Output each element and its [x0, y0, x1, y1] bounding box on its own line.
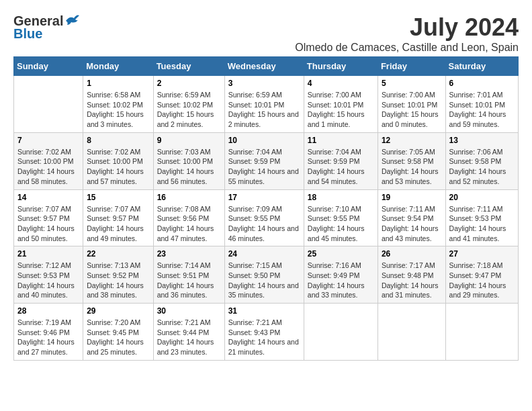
calendar-cell: 23 Sunrise: 7:14 AMSunset: 9:51 PMDaylig…	[153, 246, 224, 304]
header-saturday: Saturday	[445, 57, 518, 76]
calendar-cell: 4 Sunrise: 7:00 AMSunset: 10:01 PMDaylig…	[304, 76, 378, 133]
calendar-cell: 21 Sunrise: 7:12 AMSunset: 9:53 PMDaylig…	[14, 246, 83, 304]
main-title: July 2024	[295, 13, 519, 42]
day-number: 9	[157, 136, 221, 145]
calendar-cell	[378, 304, 445, 361]
calendar-cell: 7 Sunrise: 7:02 AMSunset: 10:00 PMDaylig…	[14, 132, 83, 189]
cell-content: Sunrise: 7:01 AMSunset: 10:01 PMDaylight…	[449, 90, 515, 130]
header-thursday: Thursday	[304, 57, 378, 76]
day-number: 14	[17, 193, 79, 202]
day-number: 15	[87, 193, 149, 202]
cell-content: Sunrise: 7:16 AMSunset: 9:49 PMDaylight:…	[308, 261, 374, 300]
week-row-1: 7 Sunrise: 7:02 AMSunset: 10:00 PMDaylig…	[14, 132, 519, 189]
calendar-cell: 25 Sunrise: 7:16 AMSunset: 9:49 PMDaylig…	[304, 246, 378, 304]
day-number: 28	[17, 306, 79, 316]
day-number: 21	[17, 249, 79, 259]
calendar-cell: 22 Sunrise: 7:13 AMSunset: 9:52 PMDaylig…	[83, 246, 153, 304]
day-number: 7	[17, 136, 79, 145]
cell-content: Sunrise: 7:15 AMSunset: 9:50 PMDaylight:…	[228, 261, 300, 300]
header-row: SundayMondayTuesdayWednesdayThursdayFrid…	[14, 57, 519, 76]
cell-content: Sunrise: 7:12 AMSunset: 9:53 PMDaylight:…	[17, 261, 79, 300]
day-number: 29	[87, 306, 149, 316]
day-number: 18	[308, 193, 374, 202]
header-tuesday: Tuesday	[153, 57, 224, 76]
cell-content: Sunrise: 7:00 AMSunset: 10:01 PMDaylight…	[308, 90, 374, 130]
cell-content: Sunrise: 7:17 AMSunset: 9:48 PMDaylight:…	[382, 261, 442, 300]
calendar-cell: 15 Sunrise: 7:07 AMSunset: 9:57 PMDaylig…	[83, 189, 153, 246]
cell-content: Sunrise: 7:03 AMSunset: 10:00 PMDaylight…	[157, 147, 221, 187]
calendar-cell: 19 Sunrise: 7:11 AMSunset: 9:54 PMDaylig…	[378, 189, 445, 246]
cell-content: Sunrise: 7:21 AMSunset: 9:43 PMDaylight:…	[228, 318, 300, 357]
cell-content: Sunrise: 7:19 AMSunset: 9:46 PMDaylight:…	[17, 318, 79, 357]
cell-content: Sunrise: 7:07 AMSunset: 9:57 PMDaylight:…	[87, 204, 149, 244]
day-number: 4	[308, 79, 374, 88]
cell-content: Sunrise: 7:04 AMSunset: 9:59 PMDaylight:…	[308, 147, 374, 187]
cell-content: Sunrise: 7:00 AMSunset: 10:01 PMDaylight…	[382, 90, 442, 130]
week-row-0: 1 Sunrise: 6:58 AMSunset: 10:02 PMDaylig…	[14, 76, 519, 133]
day-number: 5	[382, 79, 442, 88]
day-number: 11	[308, 136, 374, 145]
cell-content: Sunrise: 7:10 AMSunset: 9:55 PMDaylight:…	[308, 204, 374, 244]
calendar-cell: 13 Sunrise: 7:06 AMSunset: 9:58 PMDaylig…	[445, 132, 518, 189]
day-number: 17	[228, 193, 300, 202]
day-number: 6	[449, 79, 515, 88]
cell-content: Sunrise: 7:05 AMSunset: 9:58 PMDaylight:…	[382, 147, 442, 187]
calendar-cell: 27 Sunrise: 7:18 AMSunset: 9:47 PMDaylig…	[445, 246, 518, 304]
cell-content: Sunrise: 7:20 AMSunset: 9:45 PMDaylight:…	[87, 318, 149, 357]
cell-content: Sunrise: 7:02 AMSunset: 10:00 PMDaylight…	[17, 147, 79, 187]
header-wednesday: Wednesday	[224, 57, 304, 76]
header-sunday: Sunday	[14, 57, 83, 76]
calendar-cell: 20 Sunrise: 7:11 AMSunset: 9:53 PMDaylig…	[445, 189, 518, 246]
calendar-cell: 31 Sunrise: 7:21 AMSunset: 9:43 PMDaylig…	[224, 304, 304, 361]
week-row-2: 14 Sunrise: 7:07 AMSunset: 9:57 PMDaylig…	[14, 189, 519, 246]
cell-content: Sunrise: 7:08 AMSunset: 9:56 PMDaylight:…	[157, 204, 221, 244]
cell-content: Sunrise: 7:02 AMSunset: 10:00 PMDaylight…	[87, 147, 149, 187]
calendar-cell: 3 Sunrise: 6:59 AMSunset: 10:01 PMDaylig…	[224, 76, 304, 133]
cell-content: Sunrise: 7:07 AMSunset: 9:57 PMDaylight:…	[17, 204, 79, 244]
subtitle: Olmedo de Camaces, Castille and Leon, Sp…	[295, 42, 519, 54]
cell-content: Sunrise: 7:09 AMSunset: 9:55 PMDaylight:…	[228, 204, 300, 244]
week-row-4: 28 Sunrise: 7:19 AMSunset: 9:46 PMDaylig…	[14, 304, 519, 361]
day-number: 13	[449, 136, 515, 145]
calendar-cell: 24 Sunrise: 7:15 AMSunset: 9:50 PMDaylig…	[224, 246, 304, 304]
calendar-cell: 8 Sunrise: 7:02 AMSunset: 10:00 PMDaylig…	[83, 132, 153, 189]
cell-content: Sunrise: 7:11 AMSunset: 9:54 PMDaylight:…	[382, 204, 442, 244]
calendar-table: SundayMondayTuesdayWednesdayThursdayFrid…	[13, 56, 519, 361]
calendar-cell: 1 Sunrise: 6:58 AMSunset: 10:02 PMDaylig…	[83, 76, 153, 133]
header-monday: Monday	[83, 57, 153, 76]
day-number: 31	[228, 306, 300, 316]
day-number: 24	[228, 249, 300, 259]
cell-content: Sunrise: 7:13 AMSunset: 9:52 PMDaylight:…	[87, 261, 149, 300]
calendar-cell: 28 Sunrise: 7:19 AMSunset: 9:46 PMDaylig…	[14, 304, 83, 361]
day-number: 30	[157, 306, 221, 316]
title-section: July 2024 Olmedo de Camaces, Castille an…	[295, 13, 519, 54]
calendar-cell: 6 Sunrise: 7:01 AMSunset: 10:01 PMDaylig…	[445, 76, 518, 133]
calendar-cell: 5 Sunrise: 7:00 AMSunset: 10:01 PMDaylig…	[378, 76, 445, 133]
calendar-cell	[14, 76, 83, 133]
day-number: 27	[449, 249, 515, 259]
calendar-cell	[445, 304, 518, 361]
calendar-cell: 14 Sunrise: 7:07 AMSunset: 9:57 PMDaylig…	[14, 189, 83, 246]
cell-content: Sunrise: 6:59 AMSunset: 10:02 PMDaylight…	[157, 90, 221, 130]
calendar-cell: 11 Sunrise: 7:04 AMSunset: 9:59 PMDaylig…	[304, 132, 378, 189]
calendar-cell: 29 Sunrise: 7:20 AMSunset: 9:45 PMDaylig…	[83, 304, 153, 361]
calendar-cell: 10 Sunrise: 7:04 AMSunset: 9:59 PMDaylig…	[224, 132, 304, 189]
day-number: 22	[87, 249, 149, 259]
cell-content: Sunrise: 6:59 AMSunset: 10:01 PMDaylight…	[228, 90, 300, 130]
day-number: 1	[87, 79, 149, 88]
day-number: 25	[308, 249, 374, 259]
logo-bird-icon	[64, 14, 79, 26]
calendar-cell: 26 Sunrise: 7:17 AMSunset: 9:48 PMDaylig…	[378, 246, 445, 304]
calendar-cell	[304, 304, 378, 361]
week-row-3: 21 Sunrise: 7:12 AMSunset: 9:53 PMDaylig…	[14, 246, 519, 304]
calendar-cell: 18 Sunrise: 7:10 AMSunset: 9:55 PMDaylig…	[304, 189, 378, 246]
day-number: 20	[449, 193, 515, 202]
cell-content: Sunrise: 7:04 AMSunset: 9:59 PMDaylight:…	[228, 147, 300, 187]
day-number: 8	[87, 136, 149, 145]
day-number: 16	[157, 193, 221, 202]
calendar-cell: 16 Sunrise: 7:08 AMSunset: 9:56 PMDaylig…	[153, 189, 224, 246]
cell-content: Sunrise: 6:58 AMSunset: 10:02 PMDaylight…	[87, 90, 149, 130]
day-number: 23	[157, 249, 221, 259]
logo-blue: Blue	[13, 26, 42, 42]
day-number: 12	[382, 136, 442, 145]
